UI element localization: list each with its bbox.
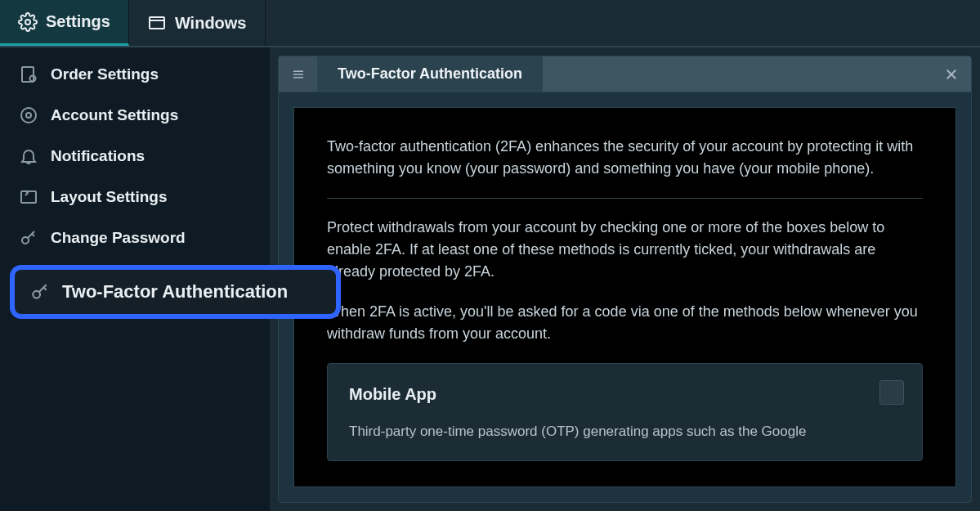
topbar: Settings Windows — [0, 0, 980, 47]
gear-icon — [18, 12, 38, 32]
key-icon — [18, 227, 39, 249]
svg-point-0 — [25, 20, 30, 25]
window-icon — [147, 13, 167, 33]
svg-rect-3 — [22, 67, 34, 82]
svg-point-6 — [26, 113, 31, 118]
sidebar-item-layout-settings[interactable]: Layout Settings — [0, 177, 270, 217]
panel-title-text: Two-Factor Authentication — [338, 65, 522, 83]
panel-body: Two-factor authentication (2FA) enhances… — [279, 92, 971, 502]
panel-menu-button[interactable] — [279, 56, 318, 92]
when-text: When 2FA is active, you'll be asked for … — [327, 301, 923, 345]
body: Order Settings Account Settings Notifica… — [0, 47, 980, 511]
svg-point-8 — [22, 237, 29, 244]
option-mobile-app: Mobile App Third-party one-time password… — [327, 363, 923, 461]
option-title: Mobile App — [349, 382, 901, 406]
divider — [327, 198, 923, 199]
sidebar-item-label: Order Settings — [51, 65, 159, 83]
svg-point-5 — [21, 108, 36, 123]
page-gear-icon — [18, 64, 39, 85]
protect-text: Protect withdrawals from your account by… — [327, 217, 923, 283]
sidebar-item-label: Account Settings — [51, 106, 178, 124]
sidebar-item-change-password[interactable]: Change Password — [0, 217, 270, 258]
main: Two-Factor Authentication Two-factor aut… — [270, 47, 980, 511]
svg-rect-1 — [150, 17, 164, 29]
tab-label: Settings — [46, 12, 110, 31]
sidebar-item-two-factor-auth[interactable]: Two-Factor Authentication — [10, 265, 341, 319]
panel-header-spacer — [543, 56, 932, 92]
sidebar-item-label: Change Password — [51, 229, 186, 247]
panel-title: Two-Factor Authentication — [318, 56, 543, 92]
gear-icon — [18, 105, 39, 126]
tab-label: Windows — [175, 14, 247, 33]
svg-point-9 — [33, 291, 40, 298]
panel-close-button[interactable] — [932, 56, 971, 92]
tab-settings[interactable]: Settings — [0, 0, 129, 46]
layout-icon — [18, 186, 39, 208]
key-icon — [29, 281, 51, 303]
panel-header: Two-Factor Authentication — [279, 56, 971, 92]
sidebar-item-account-settings[interactable]: Account Settings — [0, 95, 270, 136]
sidebar: Order Settings Account Settings Notifica… — [0, 47, 270, 511]
content-frame: Two-factor authentication (2FA) enhances… — [293, 107, 956, 487]
sidebar-item-notifications[interactable]: Notifications — [0, 136, 270, 177]
panel: Two-Factor Authentication Two-factor aut… — [278, 56, 972, 503]
mobile-app-checkbox[interactable] — [879, 380, 904, 405]
sidebar-item-label: Two-Factor Authentication — [62, 281, 288, 303]
sidebar-item-order-settings[interactable]: Order Settings — [0, 54, 270, 95]
sidebar-item-label: Notifications — [51, 147, 145, 165]
sidebar-item-label: Layout Settings — [51, 188, 168, 206]
bell-icon — [18, 146, 39, 167]
tab-windows[interactable]: Windows — [129, 0, 266, 46]
intro-text: Two-factor authentication (2FA) enhances… — [327, 136, 923, 180]
option-text: Third-party one-time password (OTP) gene… — [349, 421, 901, 442]
